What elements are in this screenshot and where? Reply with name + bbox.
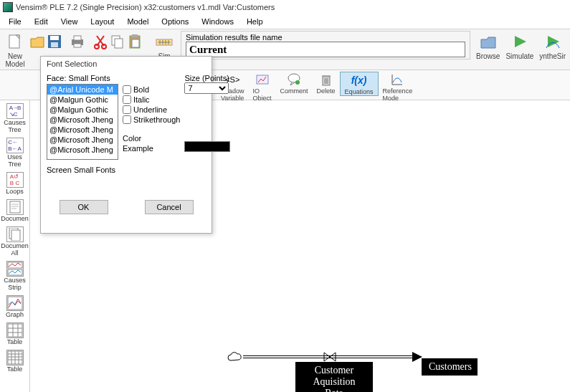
uses-tree-button[interactable]: C←B←AUses Tree [1,136,29,169]
window-title: Vensim® PLE 7.2 (Single Precision) x32:c… [16,3,275,11]
valve-icon [323,351,337,363]
menu-file[interactable]: File [3,16,27,27]
synthesim-icon [545,34,561,49]
table-button-2[interactable]: Table [1,348,29,374]
strikethrough-checkbox[interactable]: Strikethrough [123,115,180,124]
menu-help[interactable]: Help [241,16,269,27]
underline-checkbox[interactable]: Underline [123,105,180,114]
font-option[interactable]: @Malgun Gothic [47,95,118,105]
sim-results-input[interactable] [186,42,465,57]
font-option[interactable]: @Microsoft Jheng [47,145,118,155]
svg-point-8 [95,44,99,49]
svg-rect-7 [74,44,81,47]
print-button[interactable] [70,32,85,52]
svg-rect-4 [51,42,58,47]
italic-checkbox[interactable]: Italic [123,95,180,104]
paste-button[interactable] [127,32,143,52]
causes-tree-icon: A→B↘C [6,103,24,119]
font-option[interactable]: @Malgun Gothic [47,105,118,115]
io-object-icon [255,72,270,87]
svg-rect-11 [115,39,123,48]
delete-button[interactable]: Delete [313,72,340,95]
equations-label: Equations [345,88,374,95]
menu-options[interactable]: Options [156,16,194,27]
cancel-button[interactable]: Cancel [145,200,194,214]
save-icon [47,34,62,49]
synthesim-button[interactable]: yntheSir [536,31,569,60]
svg-point-9 [102,44,106,49]
causes-strip-button[interactable]: CausesStrip [1,259,29,292]
svg-rect-13 [132,34,138,37]
svg-rect-22 [322,75,331,77]
copy-icon [110,34,125,49]
open-icon [29,34,45,49]
font-face-list[interactable]: @Arial Unicode M @Malgun Gothic @Malgun … [47,84,118,160]
trash-icon [319,72,333,87]
menu-layout[interactable]: Layout [85,16,120,27]
browse-label: Browse [476,52,500,60]
left-sidebar: A→B↘CCausesTree C←B←AUses Tree A↺B CLoop… [0,100,30,392]
document-button[interactable]: Documen [1,198,29,224]
font-option[interactable]: @Microsoft Jheng [47,135,118,145]
example-label: Example [123,144,180,153]
reference-mode-label: ReferenceMode [383,87,413,102]
new-model-icon [7,34,23,49]
svg-rect-14 [132,39,139,47]
comment-label: Comment [280,87,308,95]
ok-button[interactable]: OK [60,200,108,214]
dialog-title: Font Selection [41,57,212,74]
causes-strip-icon [6,261,24,277]
svg-rect-3 [50,36,59,40]
paste-icon [127,34,143,49]
comment-icon [287,72,301,87]
menu-windows[interactable]: Windows [196,16,239,27]
menu-edit[interactable]: Edit [29,16,54,27]
svg-rect-25 [11,230,20,241]
document-icon [6,199,24,215]
uses-tree-icon: C←B←A [6,138,24,153]
browse-icon [480,34,497,49]
document-all-button[interactable]: DocumenAll [1,225,29,258]
print-icon [70,34,85,49]
svg-rect-29 [8,324,22,337]
reference-mode-icon [390,72,404,87]
svg-rect-23 [10,201,20,213]
font-option[interactable]: @Arial Unicode M [47,85,118,95]
graph-button[interactable]: Graph [1,294,29,320]
reference-mode-button[interactable]: ReferenceMode [379,72,417,102]
menu-model[interactable]: Model [121,16,154,27]
copy-button[interactable] [110,32,125,52]
app-icon [3,2,13,12]
table-icon [6,322,24,338]
font-option[interactable]: @Microsoft Jheng [47,125,118,135]
comment-button[interactable]: Comment [276,72,313,95]
arrowhead-icon [412,352,422,362]
equations-button[interactable]: f(x) Equations [340,72,379,96]
sim-results-label: Simulation results file name [186,33,465,42]
screen-font-label: Screen Small Fonts [47,166,118,174]
new-model-button[interactable]: NewModel [1,31,29,68]
font-selection-dialog: Font Selection Face: Small Fonts @Arial … [40,56,212,234]
table-icon-2 [6,350,24,365]
browse-button[interactable]: Browse [473,31,503,60]
loops-button[interactable]: A↺B CLoops [1,171,29,196]
color-swatch[interactable] [184,141,230,152]
open-button[interactable] [29,32,45,52]
cut-icon [92,34,108,49]
synthesim-label: yntheSir [539,52,566,60]
bold-checkbox[interactable]: Bold [123,85,180,94]
face-value: Small Fonts [69,74,110,82]
simulate-button[interactable]: Simulate [503,31,536,60]
causes-tree-button[interactable]: A→B↘CCausesTree [1,102,29,135]
menu-view[interactable]: View [55,16,84,27]
stock-variable[interactable]: Customers [422,358,478,376]
menu-bar: File Edit View Layout Model Options Wind… [0,14,570,29]
font-option[interactable]: @Microsoft Jheng [47,115,118,125]
table-button-1[interactable]: Table [1,321,29,347]
rate-variable[interactable]: CustomerAquisition Rate [295,362,373,392]
cut-button[interactable] [92,32,108,52]
save-button[interactable] [47,32,62,52]
size-select[interactable]: 7 [184,82,229,94]
equations-icon: f(x) [351,72,367,88]
io-object-button[interactable]: IOObject [249,72,276,102]
